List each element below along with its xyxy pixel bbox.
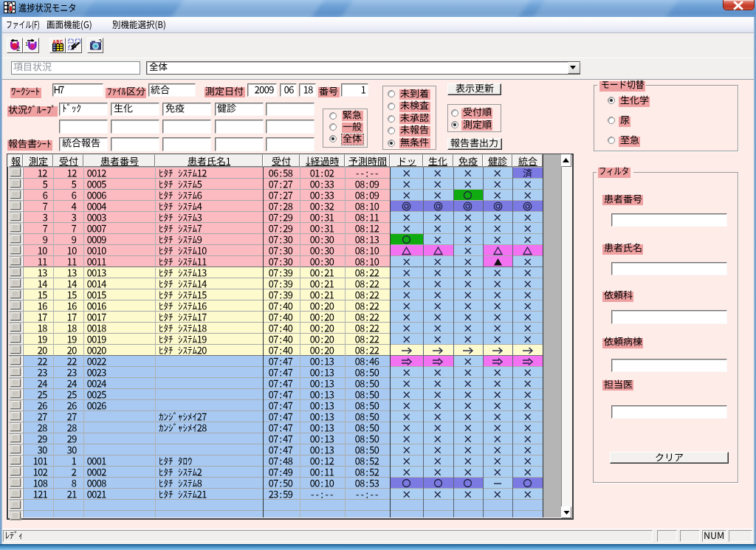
svg-text:2: 2 xyxy=(16,44,20,52)
svg-text:2: 2 xyxy=(31,44,35,50)
